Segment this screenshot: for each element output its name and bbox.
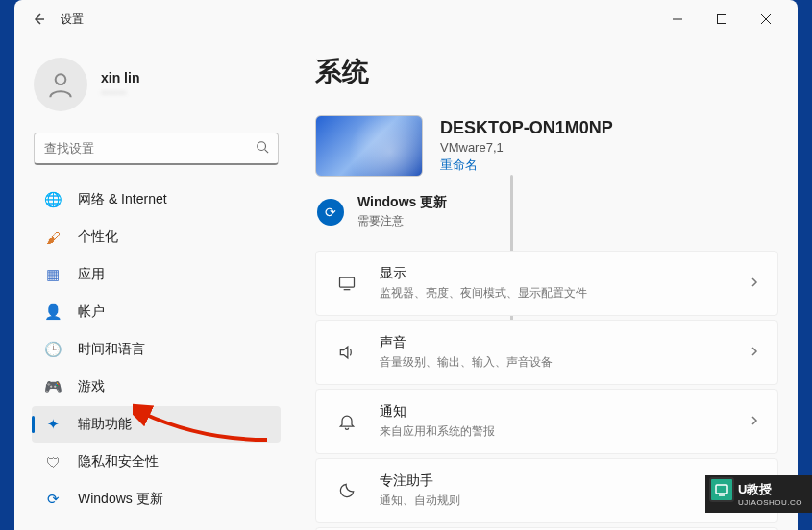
sidebar-item-8[interactable]: ⟳Windows 更新 — [32, 481, 281, 518]
nav-label: 时间和语言 — [78, 341, 145, 358]
nav-icon: 🛡 — [43, 452, 62, 471]
moon-icon — [333, 481, 360, 500]
nav-icon: ✦ — [43, 415, 62, 434]
card-title: 专注助手 — [380, 472, 460, 490]
chevron-right-icon — [749, 344, 760, 361]
settings-card-bell[interactable]: 通知 来自应用和系统的警报 — [315, 389, 778, 454]
svg-rect-7 — [340, 277, 355, 287]
chevron-right-icon — [749, 413, 760, 430]
update-status: 需要注意 — [357, 213, 447, 229]
window-controls — [655, 4, 788, 35]
svg-point-5 — [258, 142, 266, 151]
card-subtitle: 音量级别、输出、输入、声音设备 — [380, 354, 553, 371]
update-sync-icon: ⟳ — [317, 199, 344, 226]
svg-line-6 — [265, 150, 269, 154]
nav-icon: ⟳ — [43, 490, 62, 509]
page-title: 系统 — [315, 54, 778, 90]
card-title: 通知 — [380, 403, 495, 421]
minimize-icon — [673, 14, 682, 24]
search-input[interactable] — [34, 132, 279, 165]
card-title: 声音 — [380, 334, 553, 351]
nav-label: 网络 & Internet — [78, 191, 167, 208]
sidebar-item-4[interactable]: 🕒时间和语言 — [32, 331, 281, 368]
rename-link[interactable]: 重命名 — [440, 157, 478, 174]
nav-icon: 🌐 — [43, 190, 62, 209]
card-title: 显示 — [380, 265, 587, 282]
nav-icon: ▦ — [43, 265, 62, 284]
sidebar-item-0[interactable]: 🌐网络 & Internet — [32, 181, 281, 218]
svg-rect-11 — [716, 485, 727, 494]
windows-update-row[interactable]: ⟳ Windows 更新 需要注意 — [315, 194, 778, 229]
back-arrow-icon — [31, 12, 46, 27]
nav-icon: 🎮 — [43, 377, 62, 397]
watermark-url: UJIAOSHOU.CO — [738, 498, 802, 507]
search-icon — [256, 140, 269, 157]
chevron-right-icon — [749, 275, 760, 292]
minimize-button[interactable] — [655, 4, 700, 35]
maximize-icon — [717, 14, 726, 24]
nav-icon: 🕒 — [43, 340, 62, 359]
update-title: Windows 更新 — [357, 194, 447, 211]
svg-point-4 — [56, 74, 66, 84]
nav-label: Windows 更新 — [78, 491, 163, 508]
titlebar: 设置 — [14, 0, 798, 38]
sidebar-item-2[interactable]: ▦应用 — [32, 256, 281, 293]
settings-window: 设置 xin lin ········ — [14, 0, 798, 530]
nav-list: 🌐网络 & Internet🖌个性化▦应用👤帐户🕒时间和语言🎮游戏✦辅助功能🛡隐… — [26, 177, 286, 530]
nav-label: 个性化 — [78, 229, 118, 246]
user-email: ········ — [101, 85, 139, 99]
maximize-button[interactable] — [700, 4, 744, 35]
sound-icon — [333, 343, 360, 362]
device-thumbnail — [315, 115, 423, 177]
watermark: U教授 UJIAOSHOU.CO — [705, 475, 812, 513]
sidebar-item-1[interactable]: 🖌个性化 — [32, 219, 281, 255]
nav-icon: 🖌 — [43, 228, 62, 247]
watermark-text: U教授 — [738, 481, 802, 498]
window-title: 设置 — [61, 12, 84, 28]
person-icon — [45, 69, 76, 100]
window-body: xin lin ········ 🌐网络 & Internet🖌个性化▦应用👤帐… — [14, 38, 798, 530]
back-button[interactable] — [24, 5, 53, 34]
search-box — [34, 132, 279, 165]
device-name: DESKTOP-ON1M0NP — [440, 118, 613, 138]
sidebar: xin lin ········ 🌐网络 & Internet🖌个性化▦应用👤帐… — [14, 38, 298, 530]
settings-card-sound[interactable]: 声音 音量级别、输出、输入、声音设备 — [315, 320, 778, 385]
sidebar-item-7[interactable]: 🛡隐私和安全性 — [32, 444, 281, 480]
settings-card-display[interactable]: 显示 监视器、亮度、夜间模式、显示配置文件 — [315, 251, 778, 316]
user-profile[interactable]: xin lin ········ — [26, 38, 286, 121]
bell-icon — [333, 412, 360, 431]
card-subtitle: 通知、自动规则 — [380, 493, 460, 509]
avatar — [34, 58, 87, 111]
main-panel: 系统 DESKTOP-ON1M0NP VMware7,1 重命名 ⟳ Windo… — [298, 38, 798, 530]
device-model: VMware7,1 — [440, 140, 613, 155]
watermark-logo-icon — [709, 477, 734, 502]
user-name: xin lin — [101, 70, 139, 85]
nav-icon: 👤 — [43, 302, 62, 322]
nav-label: 帐户 — [78, 303, 105, 321]
display-icon — [333, 274, 360, 293]
nav-label: 隐私和安全性 — [78, 453, 159, 470]
nav-label: 游戏 — [78, 378, 105, 396]
card-subtitle: 来自应用和系统的警报 — [380, 423, 495, 440]
svg-rect-1 — [718, 15, 726, 24]
close-button[interactable] — [744, 4, 788, 35]
device-info: DESKTOP-ON1M0NP VMware7,1 重命名 — [315, 115, 778, 177]
card-subtitle: 监视器、亮度、夜间模式、显示配置文件 — [380, 285, 587, 301]
nav-label: 辅助功能 — [78, 416, 132, 433]
nav-label: 应用 — [78, 266, 105, 283]
sidebar-item-5[interactable]: 🎮游戏 — [32, 369, 281, 405]
sidebar-item-6[interactable]: ✦辅助功能 — [32, 406, 281, 443]
sidebar-item-3[interactable]: 👤帐户 — [32, 294, 281, 330]
close-icon — [761, 14, 771, 24]
